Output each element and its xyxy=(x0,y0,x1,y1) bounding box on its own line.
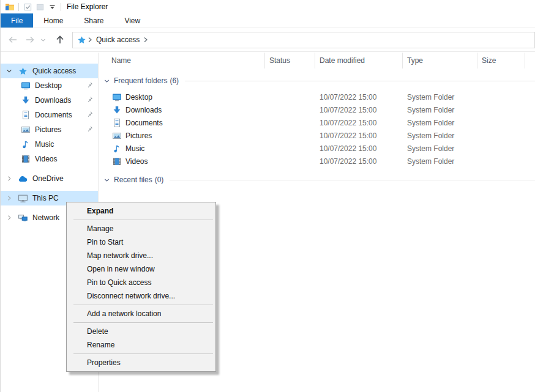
context-menu-item-disconnect-network-drive[interactable]: Disconnect network drive... xyxy=(67,289,215,303)
file-row-pictures[interactable]: Pictures10/07/2022 15:00System Folder xyxy=(99,129,535,142)
sidebar-item-label: Music xyxy=(35,140,54,149)
context-menu-item-pin-to-start[interactable]: Pin to Start xyxy=(67,235,215,249)
onedrive-icon xyxy=(18,174,28,184)
file-name: Music xyxy=(125,144,144,153)
context-menu-item-pin-to-quick-access[interactable]: Pin to Quick access xyxy=(67,276,215,289)
column-headers: NameStatusDate modifiedTypeSize xyxy=(99,53,535,68)
sidebar-item-documents[interactable]: Documents xyxy=(1,108,98,122)
network-icon xyxy=(18,213,28,223)
sidebar-item-label: Videos xyxy=(35,155,57,163)
pictures-icon xyxy=(20,125,31,135)
context-menu-item-rename[interactable]: Rename xyxy=(67,338,215,352)
column-header-size[interactable]: Size xyxy=(477,53,525,68)
sidebar-item-onedrive[interactable]: OneDrive xyxy=(1,171,98,186)
pin-icon xyxy=(86,81,94,89)
desktop-icon xyxy=(20,81,31,91)
breadcrumb-chevron-icon[interactable] xyxy=(88,37,92,43)
sidebar-item-label: Documents xyxy=(35,111,72,119)
file-date-modified: 10/07/2022 15:00 xyxy=(315,106,403,114)
column-header-type[interactable]: Type xyxy=(403,53,477,68)
file-row-desktop[interactable]: Desktop10/07/2022 15:00System Folder xyxy=(99,91,535,103)
back-button[interactable] xyxy=(4,32,21,48)
recent-locations-dropdown-button[interactable] xyxy=(39,32,48,48)
sidebar-item-videos[interactable]: Videos xyxy=(1,152,98,166)
music-icon xyxy=(112,144,122,153)
file-date-modified: 10/07/2022 15:00 xyxy=(315,157,403,166)
tab-file[interactable]: File xyxy=(1,13,33,28)
qat-separator xyxy=(61,3,61,11)
qat-new-folder-button[interactable] xyxy=(34,1,46,13)
context-menu: ExpandManagePin to StartMap network driv… xyxy=(66,202,216,372)
group-label: Frequent folders xyxy=(114,76,167,85)
this-pc-icon xyxy=(18,193,28,204)
address-bar[interactable]: Quick access xyxy=(72,32,535,48)
context-menu-item-open-in-new-window[interactable]: Open in new window xyxy=(67,262,215,276)
column-header-name[interactable]: Name xyxy=(99,53,265,68)
context-menu-item-delete[interactable]: Delete xyxy=(67,325,215,338)
tab-home[interactable]: Home xyxy=(33,13,73,28)
file-date-modified: 10/07/2022 15:00 xyxy=(315,131,403,140)
context-menu-item-map-network-drive[interactable]: Map network drive... xyxy=(67,249,215,262)
videos-icon xyxy=(112,157,122,166)
file-type: System Folder xyxy=(403,106,477,114)
column-header-date-modified[interactable]: Date modified xyxy=(315,53,403,68)
chevron-right-icon[interactable] xyxy=(5,175,13,182)
pictures-icon xyxy=(112,131,122,141)
group-header-recent-files[interactable]: Recent files(0) xyxy=(103,174,535,186)
downloads-icon xyxy=(20,95,31,106)
quick-access-star-icon xyxy=(77,35,86,45)
context-menu-item-expand[interactable]: Expand xyxy=(67,204,215,218)
sidebar-item-desktop[interactable]: Desktop xyxy=(1,78,98,93)
qat-properties-button[interactable] xyxy=(21,1,34,13)
sidebar-item-music[interactable]: Music xyxy=(1,137,98,152)
menu-separator xyxy=(73,353,213,354)
pin-icon xyxy=(86,95,94,104)
group-label: Recent files xyxy=(114,176,152,184)
context-menu-item-manage[interactable]: Manage xyxy=(67,222,215,235)
window-title: File Explorer xyxy=(67,2,108,11)
file-date-modified: 10/07/2022 15:00 xyxy=(315,144,403,153)
group-rule xyxy=(170,180,535,180)
tab-view[interactable]: View xyxy=(114,13,151,28)
file-row-videos[interactable]: Videos10/07/2022 15:00System Folder xyxy=(99,155,535,168)
column-header-status[interactable]: Status xyxy=(265,53,315,68)
file-name: Desktop xyxy=(125,93,152,102)
file-name: Documents xyxy=(125,119,163,127)
file-row-music[interactable]: Music10/07/2022 15:00System Folder xyxy=(99,142,535,155)
context-menu-item-properties[interactable]: Properties xyxy=(67,356,215,369)
sidebar-item-pictures[interactable]: Pictures xyxy=(1,122,98,137)
sidebar-item-label: Quick access xyxy=(32,67,76,75)
tab-share[interactable]: Share xyxy=(73,13,114,28)
titlebar: File Explorer xyxy=(1,0,535,13)
up-button[interactable] xyxy=(51,32,69,48)
file-row-downloads[interactable]: Downloads10/07/2022 15:00System Folder xyxy=(99,103,535,116)
sidebar-item-label: This PC xyxy=(32,194,59,202)
file-date-modified: 10/07/2022 15:00 xyxy=(315,93,403,102)
menu-separator xyxy=(73,305,213,305)
file-type: System Folder xyxy=(403,131,477,140)
breadcrumb-chevron-icon[interactable] xyxy=(143,37,148,43)
group-header-frequent-folders[interactable]: Frequent folders(6) xyxy=(103,75,535,87)
menu-separator xyxy=(73,322,213,323)
pin-icon xyxy=(86,125,94,133)
group-count: (6) xyxy=(170,76,179,85)
breadcrumb-item-quick-access[interactable]: Quick access xyxy=(94,35,142,44)
chevron-right-icon[interactable] xyxy=(5,194,13,202)
file-type: System Folder xyxy=(403,157,477,166)
menu-separator xyxy=(73,220,213,220)
chevron-right-icon[interactable] xyxy=(5,214,13,221)
context-menu-item-add-a-network-location[interactable]: Add a network location xyxy=(67,307,215,320)
navigation-bar: Quick access xyxy=(1,28,535,52)
file-row-documents[interactable]: Documents10/07/2022 15:00System Folder xyxy=(99,116,535,129)
pin-icon xyxy=(86,110,94,119)
qat-customize-dropdown-button[interactable] xyxy=(46,1,58,13)
group-chevron-down-icon[interactable] xyxy=(103,176,111,183)
forward-button[interactable] xyxy=(21,32,39,48)
sidebar-item-downloads[interactable]: Downloads xyxy=(1,93,98,108)
qat-separator xyxy=(18,3,19,11)
group-chevron-down-icon[interactable] xyxy=(103,77,111,84)
file-date-modified: 10/07/2022 15:00 xyxy=(315,119,403,127)
sidebar-item-quick-access[interactable]: Quick access xyxy=(1,64,98,78)
chevron-down-icon[interactable] xyxy=(5,67,13,75)
explorer-logo-icon xyxy=(4,1,16,13)
